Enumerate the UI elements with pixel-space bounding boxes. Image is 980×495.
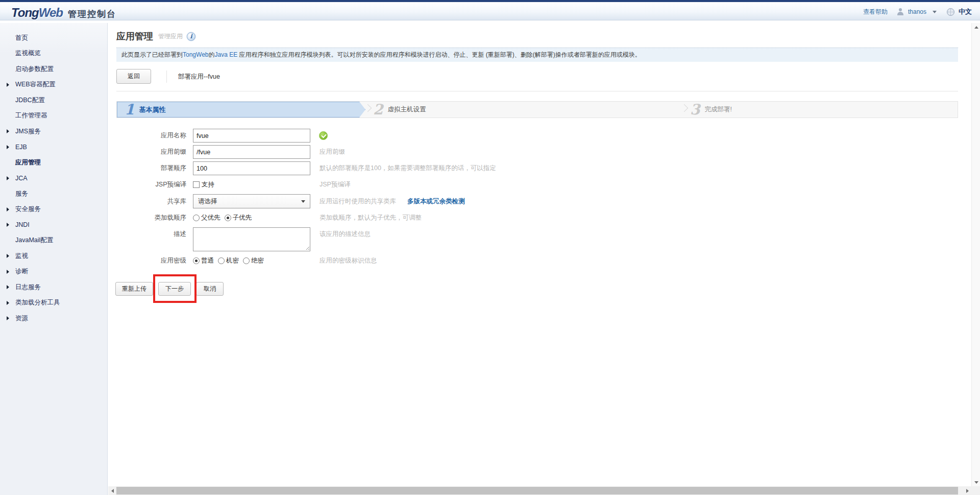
notice-brand: TongWeb [183,51,208,58]
header-right-nav: 查看帮助 thanos 中文 [863,7,972,16]
logo-text-tong: Tong [11,6,39,20]
jsp-precompile-label: JSP预编译 [116,180,193,189]
logo-text-web: Web [39,6,63,20]
select-dropdown-icon [301,200,305,203]
form-actions: 重新上传 下一步 取消 [115,282,958,296]
step-1-label: 基本属性 [139,105,165,114]
shared-lib-select[interactable]: 请选择 [193,194,310,208]
security-level-hint: 应用的密级标识信息 [320,256,377,265]
sidebar-nav: 首页监视概览启动参数配置WEB容器配置JDBC配置工作管理器JMS服务EJB应用… [0,23,108,495]
wizard-step-2: 2 虚拟主机设置 [373,102,426,117]
cancel-button[interactable]: 取消 [196,282,224,296]
notice-text-post: 应用程序和独立应用程序模块列表。可以对所安装的应用程序和模块进行启动、停止、更新… [237,51,641,58]
step-2-label: 虚拟主机设置 [387,105,426,114]
sidebar-item-2[interactable]: 启动参数配置 [0,61,107,77]
page-subtitle: 管理应用 [158,32,183,41]
next-step-button[interactable]: 下一步 [158,282,191,296]
sidebar-item-label: 安全服务 [15,205,41,214]
user-menu-caret-icon[interactable] [933,11,937,13]
sidebar-item-11[interactable]: 安全服务 [0,202,107,218]
security-secret-radio[interactable] [218,257,225,264]
sidebar-item-17[interactable]: 类加载分析工具 [0,295,107,311]
username-link[interactable]: thanos [908,8,926,15]
security-secret-radio-label: 机密 [226,256,239,265]
sidebar-item-label: 资源 [15,314,28,323]
sidebar-item-1[interactable]: 监视概览 [0,46,107,62]
sidebar-item-label: 日志服务 [15,283,41,292]
jsp-precompile-checkbox[interactable] [193,181,200,188]
redundancy-check-link[interactable]: 多版本或冗余类检测 [407,197,465,206]
expand-arrow-icon [7,145,9,149]
scroll-up-icon[interactable] [972,23,980,31]
description-row: 描述 该应用的描述信息 [116,227,958,251]
jsp-precompile-hint: JSP预编译 [320,180,350,189]
notice-java: Java EE [214,51,237,58]
app-name-row: 应用名称 [116,129,958,143]
sidebar-item-label: JDBC配置 [15,96,45,105]
security-normal-radio-label: 普通 [201,256,214,265]
sidebar-item-label: 工作管理器 [15,111,47,120]
child-first-radio-label: 子优先 [233,214,252,222]
app-name-input[interactable] [193,129,310,143]
wizard-step-3: 3 完成部署! [690,102,732,117]
expand-arrow-icon [7,176,9,180]
class-load-order-label: 类加载顺序 [116,214,193,222]
scroll-left-icon[interactable] [108,486,116,495]
step-separator-icon [680,104,689,112]
back-button[interactable]: 返回 [116,69,151,84]
security-top-secret-radio[interactable] [243,257,250,264]
sidebar-item-6[interactable]: JMS服务 [0,124,107,139]
sidebar-item-13[interactable]: JavaMail配置 [0,233,107,249]
parent-first-radio[interactable] [193,215,200,221]
sidebar-item-15[interactable]: 诊断 [0,264,107,280]
sidebar-item-12[interactable]: JNDI [0,217,107,233]
deploy-order-hint: 默认的部署顺序是100，如果需要调整部署顺序的话，可以指定 [320,164,496,173]
reupload-button[interactable]: 重新上传 [115,282,153,296]
scroll-right-icon[interactable] [963,486,971,495]
app-prefix-input[interactable] [193,145,310,159]
description-hint: 该应用的描述信息 [320,227,371,239]
sidebar-item-label: 应用管理 [15,158,41,167]
child-first-radio[interactable] [225,215,231,221]
sidebar-item-16[interactable]: 日志服务 [0,279,107,295]
sidebar-item-7[interactable]: EJB [0,139,107,155]
class-load-order-hint: 类加载顺序，默认为子优先，可调整 [320,214,422,222]
deploy-form: 应用名称 应用前缀 应用前缀 部署顺序 默认的部署顺序是100，如果需要调整部署… [116,129,958,296]
sidebar-item-label: JMS服务 [15,127,41,136]
user-icon [897,8,904,15]
jsp-precompile-row: JSP预编译 支持 JSP预编译 [116,180,958,189]
sidebar-item-10[interactable]: 服务 [0,186,107,202]
horizontal-scrollbar-thumb[interactable] [116,487,958,494]
sidebar-item-14[interactable]: 监视 [0,248,107,264]
sidebar-item-label: 启动参数配置 [15,65,54,74]
expand-arrow-icon [7,207,9,211]
vertical-scrollbar[interactable] [971,23,980,486]
horizontal-scrollbar[interactable] [108,486,971,495]
sidebar-item-8[interactable]: 应用管理 [0,155,107,171]
language-switcher[interactable]: 中文 [959,7,972,16]
sidebar-item-18[interactable]: 资源 [0,311,107,326]
sidebar-item-4[interactable]: JDBC配置 [0,92,107,108]
expand-arrow-icon [7,285,9,289]
wizard-steps-bar: 1 基本属性 2 虚拟主机设置 3 完成部署! [116,101,958,118]
globe-icon [947,8,954,16]
shared-lib-row: 共享库 请选择 应用运行时使用的共享类库 多版本或冗余类检测 [116,194,958,208]
sidebar-item-label: EJB [15,144,27,151]
sidebar-item-5[interactable]: 工作管理器 [0,108,107,124]
deploy-order-input[interactable] [193,161,310,175]
scrollbar-corner [971,486,980,495]
scroll-down-icon[interactable] [972,478,980,486]
sidebar-item-0[interactable]: 首页 [0,30,107,46]
sidebar-item-label: 服务 [15,190,28,198]
expand-arrow-icon [7,270,9,274]
sidebar-item-9[interactable]: JCA [0,171,107,186]
app-prefix-row: 应用前缀 应用前缀 [116,145,958,159]
app-prefix-hint: 应用前缀 [320,148,345,156]
description-textarea[interactable] [193,227,310,251]
info-icon[interactable]: i [187,32,195,41]
help-link[interactable]: 查看帮助 [863,8,888,16]
sidebar-item-3[interactable]: WEB容器配置 [0,77,107,93]
security-normal-radio[interactable] [193,257,200,264]
expand-arrow-icon [7,223,9,227]
expand-arrow-icon [7,316,9,320]
